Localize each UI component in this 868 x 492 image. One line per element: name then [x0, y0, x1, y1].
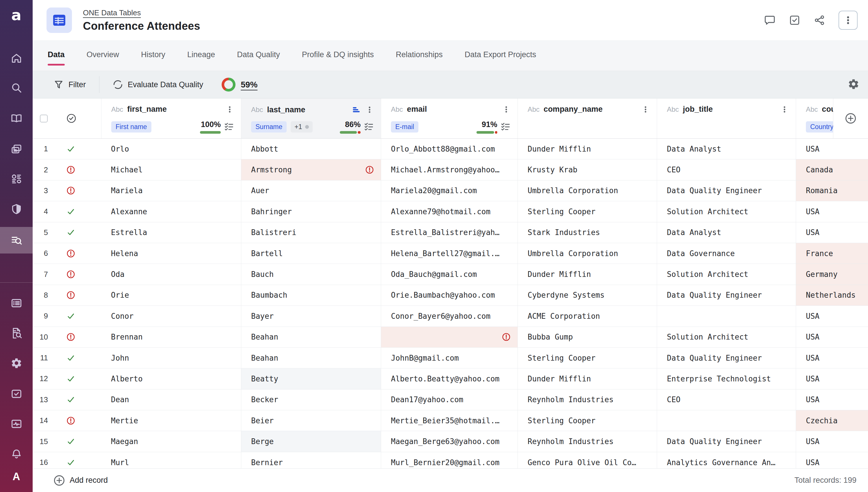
cell-last_name[interactable]: Beahan [241, 348, 381, 368]
tab-data-export-projects[interactable]: Data Export Projects [465, 46, 536, 66]
cell-job_title[interactable]: Solution Architect [657, 264, 796, 285]
cell-country[interactable]: Canada [796, 159, 868, 180]
cell-email[interactable]: Mertie_Beier35@hotmail.… [381, 410, 517, 431]
cell-first_name[interactable]: Helena [101, 243, 241, 264]
cell-company_name[interactable]: Krusty Krab [517, 159, 657, 180]
cell-email[interactable]: Oda_Bauch@gmail.com [381, 264, 517, 285]
cell-country[interactable]: USA [796, 201, 868, 222]
tab-history[interactable]: History [141, 46, 165, 66]
sort-icon[interactable] [351, 105, 361, 115]
cell-last_name[interactable]: Berge [241, 431, 381, 451]
cell-company_name[interactable]: Sterling Cooper [517, 348, 657, 368]
row-number-cell[interactable]: 13 [33, 390, 55, 410]
cell-email[interactable]: Alberto.Beatty@yahoo.com [381, 368, 517, 389]
kebab-menu-icon[interactable] [641, 105, 650, 114]
cell-country[interactable]: USA [796, 222, 868, 243]
cell-company_name[interactable]: Cyberdyne Systems [517, 285, 657, 305]
select-all-checkbox[interactable] [40, 115, 48, 122]
cell-job_title[interactable]: Data Quality Engineer [657, 180, 796, 201]
cell-email[interactable]: Alexanne79@hotmail.com [381, 201, 517, 222]
cell-company_name[interactable]: Sterling Cooper [517, 201, 657, 222]
cell-job_title[interactable]: Data Quality Engineer [657, 285, 796, 305]
cell-last_name[interactable]: Bernier [241, 452, 381, 468]
tab-overview[interactable]: Overview [87, 46, 119, 66]
share-button[interactable] [814, 15, 825, 26]
cell-first_name[interactable]: Murl [101, 452, 241, 468]
cell-first_name[interactable]: Conor [101, 306, 241, 326]
cell-company_name[interactable]: Umbrella Corporation [517, 243, 657, 264]
tab-lineage[interactable]: Lineage [187, 46, 215, 66]
column-header-first_name[interactable]: Abcfirst_nameFirst name100% [101, 98, 241, 138]
user-avatar[interactable]: A [0, 471, 33, 483]
cell-country[interactable]: USA [796, 139, 868, 159]
kebab-menu-icon[interactable] [502, 105, 511, 114]
dq-rules-icon[interactable] [224, 122, 234, 132]
cell-email[interactable]: JohnB@gmail.com [381, 348, 517, 368]
cell-first_name[interactable]: Mariela [101, 180, 241, 201]
add-column-button[interactable] [845, 113, 857, 124]
cell-company_name[interactable]: Umbrella Corporation [517, 180, 657, 201]
cell-last_name[interactable]: Bartell [241, 243, 381, 264]
cell-email[interactable]: Dean17@yahoo.com [381, 390, 517, 410]
cell-job_title[interactable] [657, 306, 796, 326]
tab-relationships[interactable]: Relationships [396, 46, 443, 66]
cell-job_title[interactable]: Data Governance [657, 243, 796, 264]
cell-country[interactable]: Germany [796, 264, 868, 285]
tasks-button[interactable] [789, 15, 800, 26]
row-number-cell[interactable]: 15 [33, 431, 55, 451]
app-logo[interactable]: a [0, 6, 33, 24]
sidebar-item-governance[interactable] [0, 196, 33, 222]
cell-email[interactable]: Mariela20@gmail.com [381, 180, 517, 201]
cell-first_name[interactable]: Alberto [101, 368, 241, 389]
column-term-tag[interactable]: Country [806, 121, 833, 132]
row-number-cell[interactable]: 3 [33, 180, 55, 201]
cell-job_title[interactable]: Solution Architect [657, 327, 796, 347]
sidebar-item-data-sources[interactable] [0, 136, 33, 162]
cell-company_name[interactable]: Reynholm Industries [517, 390, 657, 410]
tab-data-quality[interactable]: Data Quality [237, 46, 280, 66]
cell-job_title[interactable]: Data Quality Engineer [657, 431, 796, 451]
row-number-cell[interactable]: 2 [33, 159, 55, 180]
cell-country[interactable]: USA [796, 368, 868, 389]
add-record-button[interactable]: Add record [53, 475, 108, 486]
cell-last_name[interactable]: Armstrong [241, 159, 381, 180]
cell-company_name[interactable]: Reynholm Industries [517, 431, 657, 451]
cell-country[interactable]: Netherlands [796, 285, 868, 305]
sidebar-item-settings[interactable] [0, 350, 33, 376]
cell-company_name[interactable]: Dunder Mifflin [517, 139, 657, 159]
dq-rules-icon[interactable] [501, 122, 511, 132]
sidebar-item-components[interactable] [0, 166, 33, 192]
filter-button[interactable]: Filter [53, 79, 86, 90]
cell-company_name[interactable]: Dunder Mifflin [517, 368, 657, 389]
sidebar-item-notifications[interactable] [0, 441, 33, 467]
breadcrumb[interactable]: ONE Data Tables [83, 8, 141, 17]
column-header-job_title[interactable]: Abcjob_title [657, 98, 796, 138]
cell-country[interactable]: USA [796, 327, 868, 347]
cell-email[interactable] [381, 327, 517, 347]
more-terms-chip[interactable]: +1 [291, 121, 312, 132]
cell-last_name[interactable]: Bayer [241, 306, 381, 326]
cell-country[interactable]: Czechia [796, 410, 868, 431]
cell-company_name[interactable]: Bubba Gump [517, 327, 657, 347]
row-number-cell[interactable]: 10 [33, 327, 55, 347]
cell-country[interactable]: France [796, 243, 868, 264]
cell-last_name[interactable]: Abbott [241, 139, 381, 159]
cell-email[interactable]: Orlo_Abbott88@gmail.com [381, 139, 517, 159]
cell-job_title[interactable]: Data Analyst [657, 222, 796, 243]
comment-button[interactable] [764, 15, 776, 26]
cell-job_title[interactable]: Solution Architect [657, 201, 796, 222]
column-header-company_name[interactable]: Abccompany_name [517, 98, 657, 138]
cell-first_name[interactable]: Mertie [101, 410, 241, 431]
cell-job_title[interactable]: Analytics Governance An… [657, 452, 796, 468]
cell-company_name[interactable]: Sterling Cooper [517, 410, 657, 431]
sidebar-item-catalog[interactable] [0, 105, 33, 132]
column-term-tag[interactable]: First name [111, 121, 151, 132]
cell-email[interactable]: Helena_Bartell27@gmail.… [381, 243, 517, 264]
row-number-cell[interactable]: 5 [33, 222, 55, 243]
sidebar-item-tasks[interactable] [0, 380, 33, 407]
cell-company_name[interactable]: Stark Industries [517, 222, 657, 243]
sidebar-item-profiling[interactable] [0, 320, 33, 346]
row-number-cell[interactable]: 16 [33, 452, 55, 468]
tab-profile-dq-insights[interactable]: Profile & DQ insights [302, 46, 374, 66]
kebab-menu-icon[interactable] [780, 105, 789, 114]
